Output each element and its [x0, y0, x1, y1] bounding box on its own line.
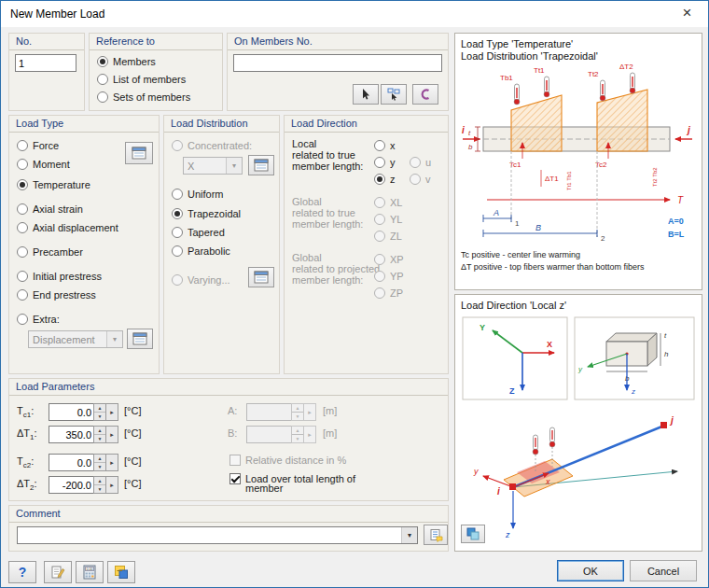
- radio-icon: [374, 140, 385, 151]
- radio-force[interactable]: Force: [17, 138, 59, 152]
- close-button[interactable]: ×: [666, 1, 708, 27]
- pencil-page-icon: [50, 565, 65, 580]
- selected-value: X: [184, 161, 226, 172]
- radio-icon: [374, 214, 385, 225]
- deselect-icon: [419, 88, 432, 101]
- tc2-input[interactable]: [49, 454, 93, 471]
- radio-moment[interactable]: Moment: [17, 157, 70, 171]
- radio-icon: [17, 203, 28, 215]
- member-sketch: i j x y z: [473, 415, 677, 539]
- ok-button[interactable]: OK: [557, 560, 624, 581]
- radio-local-x[interactable]: x: [374, 138, 396, 152]
- extra-options-button[interactable]: [127, 329, 153, 349]
- no-input[interactable]: [15, 54, 76, 72]
- varying-options-button[interactable]: [248, 267, 274, 287]
- radio-label: Sets of members: [113, 91, 190, 103]
- on-members-caption: On Members No.: [228, 34, 448, 50]
- radio-sets-of-members[interactable]: Sets of members: [97, 90, 190, 104]
- radio-label: List of members: [113, 74, 186, 85]
- radio-uniform[interactable]: Uniform: [172, 187, 224, 201]
- spin-buttons[interactable]: ▲▼: [93, 403, 106, 421]
- radio-icon: [374, 157, 385, 168]
- units-button[interactable]: [107, 561, 135, 583]
- spin-down-icon: ▼: [94, 462, 105, 470]
- radio-icon: [374, 231, 385, 242]
- label-axis-y: Y: [480, 323, 485, 332]
- thermometer-icon: [544, 77, 549, 97]
- calculator-button[interactable]: 0.00: [76, 561, 104, 583]
- radio-list-of-members[interactable]: List of members: [97, 72, 186, 86]
- display-options-icon: [466, 527, 480, 540]
- radio-members[interactable]: Members: [97, 54, 156, 68]
- detail-button[interactable]: ▸: [106, 426, 118, 443]
- radio-extra[interactable]: Extra:: [17, 312, 60, 326]
- label-T: T: [677, 195, 684, 205]
- dt1-spinner: ▲▼ ▸: [49, 426, 118, 443]
- radio-axial-strain[interactable]: Axial strain: [17, 202, 83, 216]
- thermometer-icon: [514, 84, 520, 105]
- load-type-caption: Load Type: [9, 116, 159, 133]
- help-button[interactable]: ?: [8, 561, 36, 583]
- label-i: i: [497, 486, 500, 497]
- radio-temperature[interactable]: Temperature: [17, 177, 90, 191]
- radio-icon: [17, 246, 28, 258]
- radio-initial-prestress[interactable]: Initial prestress: [17, 269, 102, 283]
- edit-comment-button[interactable]: [44, 561, 72, 583]
- global-axes-view: X Y Z: [463, 317, 567, 399]
- radio-local-z[interactable]: z: [374, 172, 396, 186]
- radio-icon: [97, 56, 108, 67]
- spin-buttons[interactable]: ▲▼: [93, 426, 106, 443]
- detail-button[interactable]: ▸: [106, 454, 118, 471]
- radio-label: XL: [390, 197, 402, 208]
- spin-up-icon: ▲: [292, 404, 303, 412]
- dt2-input[interactable]: [49, 476, 93, 494]
- radio-end-prestress[interactable]: End prestress: [17, 287, 96, 301]
- panel-display-options-button[interactable]: [461, 525, 485, 543]
- b-input: [246, 426, 291, 443]
- radio-icon: [97, 91, 108, 103]
- radio-label: Uniform: [188, 189, 224, 200]
- comment-group: Comment ▾: [8, 505, 449, 552]
- label-rot1: Tt1 Tb1: [566, 171, 572, 190]
- comment-combobox[interactable]: ▾: [17, 526, 418, 544]
- spin-buttons: ▲▼: [291, 403, 304, 421]
- no-caption: No.: [9, 34, 84, 50]
- a-label: A:: [228, 405, 237, 418]
- pick-members-button[interactable]: [353, 84, 379, 105]
- radio-parabolic[interactable]: Parabolic: [172, 244, 230, 258]
- info-panel-top: Load Type 'Temperature' Load Distributio…: [454, 33, 702, 290]
- pick-multiple-button[interactable]: [381, 84, 407, 105]
- radio-precamber[interactable]: Precamber: [17, 245, 83, 259]
- on-members-input[interactable]: [233, 54, 442, 72]
- label-local-x: x: [545, 477, 550, 486]
- detail-button[interactable]: ▸: [106, 403, 118, 421]
- radio-local-y[interactable]: y: [374, 155, 396, 169]
- radio-icon: [17, 314, 28, 325]
- radio-icon: [172, 208, 183, 219]
- reference-caption: Reference to: [90, 34, 222, 50]
- on-members-group: On Members No.: [227, 33, 449, 111]
- tc1-input[interactable]: [49, 403, 93, 421]
- cancel-button[interactable]: Cancel: [630, 560, 697, 581]
- spin-buttons[interactable]: ▲▼: [93, 476, 106, 494]
- label-axis-x: X: [547, 340, 552, 349]
- radio-label: z: [390, 174, 396, 185]
- radio-label: XP: [390, 254, 404, 265]
- spin-buttons[interactable]: ▲▼: [93, 454, 106, 471]
- spin-down-icon: ▼: [94, 484, 105, 493]
- radio-axial-displacement[interactable]: Axial displacement: [17, 220, 118, 234]
- radio-tapered[interactable]: Tapered: [172, 225, 225, 239]
- concentrated-options-button[interactable]: [248, 155, 274, 175]
- radio-icon: [17, 289, 28, 301]
- radio-label: y: [390, 157, 396, 168]
- comment-templates-button[interactable]: [424, 525, 448, 545]
- deselect-button[interactable]: [412, 84, 438, 105]
- moment-options-button[interactable]: [125, 142, 153, 164]
- detail-button[interactable]: ▸: [106, 476, 118, 494]
- radio-global-yp: YP: [374, 269, 404, 283]
- label-axis-z: Z: [509, 386, 515, 396]
- dt1-input[interactable]: [49, 426, 93, 443]
- label-tb1: Tb1: [500, 74, 513, 82]
- radio-trapezoidal[interactable]: Trapezoidal: [172, 206, 241, 220]
- radio-label: Extra:: [33, 314, 60, 325]
